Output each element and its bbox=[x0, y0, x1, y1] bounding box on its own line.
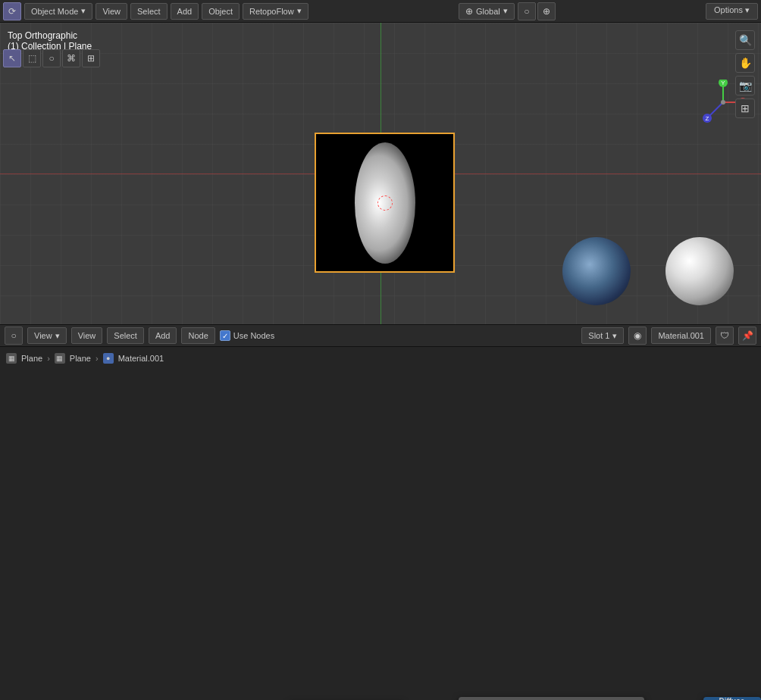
use-nodes-checkbox[interactable]: ✓ bbox=[220, 330, 230, 341]
view-menu[interactable]: View bbox=[96, 3, 127, 20]
hdri-preview-sphere bbox=[562, 237, 631, 305]
retopoflow-menu[interactable]: RetopoFlow ▾ bbox=[243, 3, 308, 20]
node-node-menu[interactable]: Node bbox=[181, 327, 215, 344]
select-menu-top[interactable]: Select bbox=[130, 3, 168, 20]
node-toolbar-right: Slot 1 ▾ ◉ Material.001 🛡 📌 bbox=[581, 327, 756, 345]
svg-point-9 bbox=[721, 100, 725, 105]
color-ramp-node: Color Ramp Color Alpha + − ▾ RGB bbox=[459, 697, 644, 700]
viewport-right-tools: 🔍 ✋ 📷 ⊞ bbox=[735, 30, 755, 118]
box-select-tool[interactable]: ⬚ bbox=[23, 49, 41, 67]
object-menu[interactable]: Object bbox=[202, 3, 240, 20]
breadcrumb: ▦ Plane › ▦ Plane › ● Material.001 bbox=[6, 353, 164, 364]
node-add-menu[interactable]: Add bbox=[149, 327, 177, 344]
node-editor-toolbar: ○ View ▾ View Select Add Node ✓ Use Node… bbox=[0, 324, 761, 347]
cursor-indicator bbox=[377, 195, 393, 211]
plane-preview bbox=[355, 142, 415, 264]
node-wires bbox=[0, 347, 761, 700]
breadcrumb-sep2: › bbox=[96, 354, 99, 363]
color-ramp-header: Color Ramp bbox=[459, 697, 644, 700]
object-type-dropdown[interactable]: View ▾ bbox=[27, 327, 67, 344]
svg-text:Y: Y bbox=[721, 80, 725, 86]
blender-icon[interactable]: ⟳ bbox=[3, 2, 21, 20]
breadcrumb-plane2: Plane bbox=[70, 354, 91, 363]
lasso-select-tool[interactable]: ⌘ bbox=[62, 49, 80, 67]
use-nodes-toggle[interactable]: ✓ Use Nodes bbox=[220, 330, 274, 341]
diffuse-header: Diffuse BS... bbox=[703, 697, 761, 700]
viewport-tools: ↖ ⬚ ○ ⌘ ⊞ bbox=[3, 49, 100, 67]
breadcrumb-sep1: › bbox=[47, 354, 50, 363]
material-icon: ● bbox=[103, 353, 114, 364]
diffuse-bsdf-node: Diffuse BS... Color Roughness Normal bbox=[703, 697, 761, 700]
breadcrumb-material: Material.001 bbox=[118, 354, 164, 363]
pin-icon[interactable]: 📌 bbox=[738, 327, 756, 345]
breadcrumb-plane1: Plane bbox=[21, 354, 42, 363]
shield-icon[interactable]: 🛡 bbox=[716, 327, 734, 345]
slot-dropdown[interactable]: Slot 1 ▾ bbox=[581, 327, 624, 344]
viewport-info: Top Orthographic (1) Collection | Plane bbox=[8, 30, 92, 52]
material-preview-ball bbox=[665, 237, 734, 305]
top-toolbar: ⟳ Object Mode ▾ View Select Add Object R… bbox=[0, 0, 761, 23]
node-toolbar-left: ○ View ▾ View Select Add Node ✓ Use Node… bbox=[5, 327, 274, 345]
node-editor-type-icon[interactable]: ○ bbox=[5, 327, 23, 345]
add-menu-top[interactable]: Add bbox=[171, 3, 199, 20]
object-preview-box bbox=[315, 133, 455, 273]
pan-tool[interactable]: ✋ bbox=[735, 53, 755, 73]
svg-text:Z: Z bbox=[706, 115, 709, 122]
view-title: Top Orthographic bbox=[8, 30, 92, 41]
object-mode-dropdown[interactable]: Object Mode ▾ bbox=[24, 3, 92, 20]
options-button[interactable]: Options ▾ bbox=[706, 3, 758, 20]
grid-tool[interactable]: ⊞ bbox=[735, 98, 755, 118]
node-view-menu[interactable]: View bbox=[71, 327, 103, 344]
plane-icon-1: ▦ bbox=[6, 353, 17, 364]
camera-tool[interactable]: 📷 bbox=[735, 76, 755, 95]
extra-select-tool[interactable]: ⊞ bbox=[82, 49, 100, 67]
transform-btn[interactable]: ⊕ Global ▾ bbox=[459, 3, 515, 20]
circle-select-tool[interactable]: ○ bbox=[42, 49, 61, 67]
proportional-editing-icon[interactable]: ○ bbox=[518, 2, 536, 20]
material-name[interactable]: Material.001 bbox=[651, 327, 711, 344]
snap-icon[interactable]: ⊕ bbox=[537, 2, 556, 20]
viewport: Top Orthographic (1) Collection | Plane … bbox=[0, 23, 761, 324]
plane-icon-2: ▦ bbox=[55, 353, 65, 364]
node-editor-area: ▦ Plane › ▦ Plane › ● Material.001 Textu… bbox=[0, 347, 761, 700]
select-tool[interactable]: ↖ bbox=[3, 49, 21, 67]
node-select-menu[interactable]: Select bbox=[107, 327, 144, 344]
material-type-icon[interactable]: ◉ bbox=[628, 327, 647, 345]
zoom-tool[interactable]: 🔍 bbox=[735, 30, 755, 50]
